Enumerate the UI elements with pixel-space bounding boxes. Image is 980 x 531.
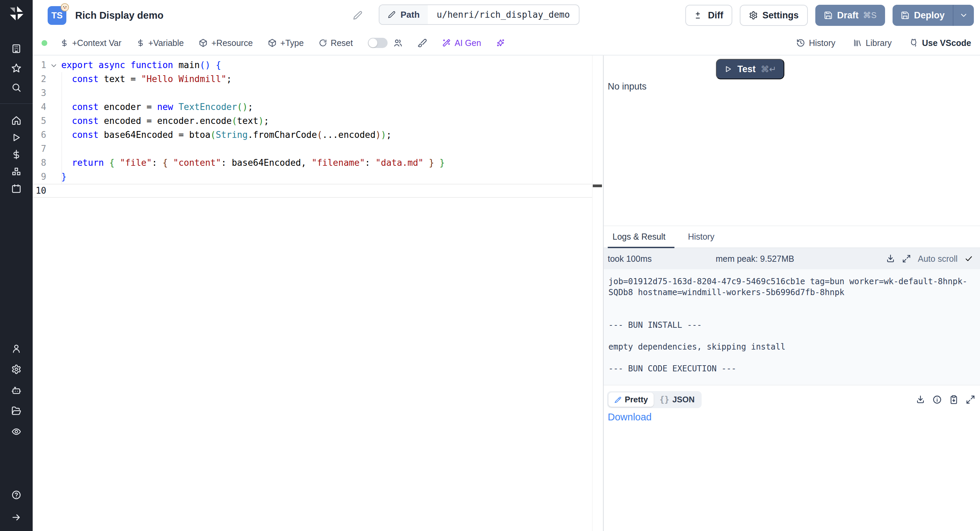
code-line[interactable] (61, 86, 445, 100)
use-vscode-button[interactable]: Use VScode (909, 38, 971, 48)
path-label-section[interactable]: Path (379, 5, 428, 24)
reset-button[interactable]: Reset (319, 38, 353, 48)
auto-scroll-label[interactable]: Auto scroll (918, 254, 958, 264)
settings-button[interactable]: Settings (740, 5, 808, 26)
deploy-label: Deploy (914, 10, 945, 21)
editor-scrollbar[interactable] (592, 56, 592, 531)
code-line[interactable] (61, 184, 445, 198)
line-number: 4 (33, 100, 46, 114)
draft-save-button[interactable]: Draft ⌘S (815, 5, 885, 26)
settings-label: Settings (762, 10, 799, 21)
collaboration-toggle[interactable] (368, 38, 388, 48)
download-logs-icon[interactable] (886, 254, 895, 263)
checkmark-icon[interactable] (964, 254, 973, 263)
code-line[interactable]: const encoded = encoder.encode(text); (61, 114, 445, 128)
add-variable-button[interactable]: +Variable (137, 38, 184, 48)
package-icon (199, 38, 208, 47)
job-log-output[interactable]: job=01912d75-163d-8204-47c9-5469c516cb1e… (604, 269, 980, 385)
star-icon[interactable] (11, 63, 21, 73)
code-line[interactable] (61, 142, 445, 156)
ai-gen-button[interactable]: AI Gen (442, 38, 481, 48)
panel-divider[interactable] (603, 56, 604, 531)
variable-label: +Variable (148, 38, 184, 48)
line-number: 3 (33, 86, 46, 100)
download-result-icon[interactable] (916, 395, 925, 404)
no-inputs-text: No inputs (608, 81, 646, 92)
json-view-button[interactable]: {} JSON (654, 392, 700, 407)
play-icon[interactable] (11, 132, 21, 143)
draft-label: Draft (837, 10, 859, 21)
result-section-divider (604, 385, 980, 385)
expand-result-icon[interactable] (966, 395, 975, 404)
script-path-value: u/henri/rich_display_demo (428, 5, 579, 24)
resource-label: +Resource (211, 38, 253, 48)
line-number: 1 (33, 58, 46, 72)
refresh-icon (319, 39, 327, 47)
arrow-right-icon[interactable] (11, 512, 21, 523)
tab-logs-result[interactable]: Logs & Result (612, 232, 666, 242)
eye-icon[interactable] (11, 426, 21, 437)
context-var-label: +Context Var (72, 38, 121, 48)
code-line[interactable]: export async function main() { (61, 58, 445, 72)
vscode-cat-icon (909, 38, 918, 47)
code-line[interactable]: const encoder = new TextEncoder(); (61, 100, 445, 114)
run-panel: Test ⌘↵ No inputs Logs & Result History … (604, 56, 980, 531)
add-type-button[interactable]: +Type (268, 38, 304, 48)
curly-braces-icon: {} (659, 395, 669, 404)
type-label: +Type (280, 38, 304, 48)
library-icon (853, 38, 862, 47)
code-line[interactable]: return { "file": { "content": base64Enco… (61, 156, 445, 170)
clipboard-copy-icon[interactable] (949, 395, 959, 404)
code-editor[interactable]: 12345678910 export async function main()… (33, 56, 603, 531)
app-sidebar (0, 0, 33, 531)
pretty-pen-icon (614, 396, 622, 403)
deploy-button[interactable]: Deploy (892, 5, 953, 26)
edit-summary-pencil-icon[interactable] (353, 10, 363, 21)
dollar-icon[interactable] (11, 150, 21, 159)
calendar-icon[interactable] (11, 183, 21, 194)
history-button[interactable]: History (796, 38, 835, 48)
dollar-icon (137, 39, 145, 47)
ai-sparkles-button[interactable] (496, 38, 505, 47)
expand-logs-icon[interactable] (902, 254, 911, 263)
result-toolbar: Pretty {} JSON (604, 390, 980, 410)
code-line[interactable]: const base64Encoded = btoa(String.fromCh… (61, 128, 445, 142)
boxes-icon[interactable] (11, 166, 21, 177)
deploy-dropdown-button[interactable] (953, 5, 974, 26)
library-button[interactable]: Library (853, 38, 891, 48)
typescript-language-badge[interactable]: TS (48, 6, 66, 25)
help-icon[interactable] (11, 490, 21, 500)
pretty-view-button[interactable]: Pretty (608, 392, 654, 407)
line-number: 7 (33, 142, 46, 156)
chevron-down-icon (959, 11, 968, 20)
format-code-button[interactable] (417, 38, 427, 48)
windmill-logo-icon[interactable] (8, 5, 25, 22)
result-download-link[interactable]: Download (608, 411, 652, 423)
search-icon[interactable] (11, 82, 21, 92)
gear-icon[interactable] (11, 364, 21, 375)
sidebar-group-bottom (11, 490, 21, 531)
sidebar-group-lower (11, 343, 21, 437)
pencil-icon (388, 11, 396, 19)
tab-history[interactable]: History (688, 232, 714, 242)
diff-button[interactable]: Diff (685, 5, 732, 26)
test-label: Test (737, 64, 756, 75)
home-icon[interactable] (11, 115, 21, 126)
robot-icon[interactable] (11, 385, 21, 395)
folder-open-icon[interactable] (11, 406, 21, 416)
fold-chevron-icon[interactable] (50, 62, 58, 70)
building-icon[interactable] (11, 43, 21, 54)
overview-ruler-cursor-mark (593, 185, 602, 187)
code-lines[interactable]: export async function main() { const tex… (61, 58, 445, 198)
add-context-var-button[interactable]: +Context Var (60, 38, 121, 48)
user-icon[interactable] (11, 343, 21, 354)
diff-label: Diff (708, 10, 723, 21)
code-line[interactable]: } (61, 170, 445, 184)
code-line[interactable]: const text = "Hello Windmill"; (61, 72, 445, 86)
script-path-control[interactable]: Path u/henri/rich_display_demo (379, 5, 579, 25)
info-icon[interactable] (932, 395, 942, 404)
test-run-button[interactable]: Test ⌘↵ (716, 59, 784, 79)
save-icon (901, 11, 910, 20)
add-resource-button[interactable]: +Resource (199, 38, 253, 48)
reset-label: Reset (331, 38, 353, 48)
